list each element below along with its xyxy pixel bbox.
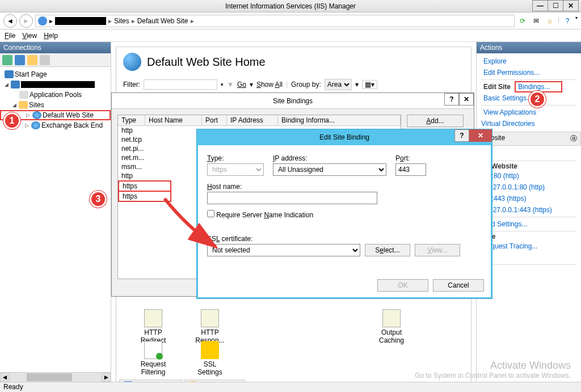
connect-icon[interactable]	[2, 55, 12, 65]
groupby-select[interactable]: Area	[325, 79, 352, 90]
ssl-view-button: View...	[415, 244, 460, 256]
bindings-close-button[interactable]: ✕	[459, 93, 474, 106]
chevron-up-icon[interactable]: ⓐ	[570, 134, 577, 144]
sites-icon	[19, 101, 28, 109]
watermark-title: Activate Windows	[415, 360, 571, 372]
expand-icon[interactable]: ▷	[25, 123, 30, 128]
bindings-add-button[interactable]: Add...	[407, 115, 464, 127]
tree-start-page[interactable]: Start Page	[0, 69, 111, 79]
folder-icon[interactable]	[27, 55, 37, 65]
col-type[interactable]: Type	[118, 115, 145, 125]
help-icon[interactable]: ?	[562, 15, 573, 27]
icon-ssl-settings[interactable]: SSL Settings	[193, 341, 227, 376]
binding-row-https[interactable]: https	[118, 180, 171, 192]
menu-view[interactable]: View	[22, 32, 37, 40]
icon-request-filtering[interactable]: Request Filtering	[136, 341, 170, 376]
editbinding-titlebar: Edit Site Binding ? ✕	[197, 129, 492, 145]
startpage-icon	[5, 70, 14, 78]
sni-checkbox-label[interactable]: Require Server Name Indication	[207, 210, 482, 219]
editbinding-title: Edit Site Binding	[319, 133, 369, 141]
menu-help[interactable]: Help	[44, 32, 58, 40]
ip-select[interactable]: All Unassigned	[273, 163, 386, 176]
collapse-icon[interactable]: ◢	[5, 82, 10, 87]
annotation-badge-2: 2	[529, 91, 546, 108]
server-icon	[11, 81, 20, 88]
annotation-badge-1: 1	[3, 112, 20, 129]
annotation-badge-3: 3	[90, 191, 107, 208]
ok-button: OK	[377, 279, 428, 292]
stop-icon[interactable]: ✉	[531, 15, 542, 27]
menu-file[interactable]: File	[5, 32, 15, 40]
action-edit-permissions[interactable]: Edit Permissions...	[481, 67, 576, 78]
filter-label: Filter:	[123, 81, 140, 88]
site-icon	[32, 111, 41, 119]
col-info[interactable]: Binding Informa...	[278, 115, 401, 125]
icon-output-caching[interactable]: Output Caching	[374, 309, 409, 344]
tree-sites[interactable]: ◢ Sites	[0, 100, 111, 110]
bindings-title: Site Bindings	[273, 97, 313, 105]
page-title: Default Web Site Home	[147, 56, 266, 69]
connections-toolbar	[0, 53, 111, 67]
annotation-arrow	[159, 193, 227, 255]
actions-header: Actions	[477, 42, 581, 53]
breadcrumb[interactable]: ▸ ▸ Sites ▸ Default Web Site ▸	[35, 15, 515, 27]
editbinding-close-button[interactable]: ✕	[469, 129, 492, 142]
bindings-titlebar: Site Bindings ? ✕	[112, 93, 474, 109]
action-view-applications[interactable]: View Applications	[481, 107, 576, 118]
status-bar: Ready	[0, 382, 581, 392]
type-select: https	[207, 163, 264, 176]
section-edit-site: Edit Site	[481, 81, 513, 92]
col-port[interactable]: Port	[202, 115, 227, 125]
breadcrumb-site[interactable]: Default Web Site	[137, 17, 188, 25]
refresh-icon[interactable]: ⟳	[517, 15, 528, 27]
save-icon[interactable]	[15, 55, 25, 65]
site-globe-icon	[123, 53, 141, 71]
hostname-input[interactable]	[207, 192, 377, 204]
back-button[interactable]: ◄	[3, 14, 17, 28]
window-title: Internet Information Services (IIS) Mana…	[225, 2, 356, 10]
editbinding-help-button[interactable]: ?	[454, 129, 469, 142]
action-view-vdir[interactable]: Virtual Directories	[481, 118, 576, 129]
col-host[interactable]: Host Name	[145, 115, 202, 125]
server-name-redacted	[55, 17, 106, 25]
ssl-select-button[interactable]: Select...	[365, 244, 410, 256]
status-text: Ready	[3, 383, 23, 391]
col-ip[interactable]: IP Address	[227, 115, 278, 125]
icon-http-respon[interactable]: HTTP Respon...	[193, 309, 227, 344]
window-titlebar: Internet Information Services (IIS) Mana…	[0, 0, 581, 12]
bindings-help-button[interactable]: ?	[444, 93, 459, 106]
expand-icon[interactable]: ▷	[26, 112, 31, 118]
filter-input[interactable]	[144, 79, 217, 90]
close-button[interactable]: ✕	[563, 0, 579, 11]
cancel-button[interactable]: Cancel	[433, 279, 484, 292]
icon-http-redirect[interactable]: HTTP Redirect	[136, 309, 170, 344]
action-explore[interactable]: Explore	[481, 56, 576, 67]
label-ip: IP address:	[273, 154, 386, 162]
port-input[interactable]	[395, 163, 426, 176]
label-port: Port:	[395, 154, 426, 162]
go-button[interactable]: Go	[237, 81, 246, 88]
navigation-bar: ◄ ► ▸ ▸ Sites ▸ Default Web Site ▸ ⟳ ✉ ⌂…	[0, 12, 581, 29]
tree-app-pools[interactable]: Application Pools	[0, 90, 111, 100]
feature-icons: HTTP Redirect HTTP Respon... Output Cach…	[136, 309, 409, 344]
tree-server[interactable]: ◢	[0, 79, 111, 90]
up-icon[interactable]	[40, 55, 50, 65]
server-name-redacted	[21, 81, 95, 88]
maximize-button[interactable]: ☐	[548, 0, 563, 11]
collapse-icon[interactable]: ◢	[12, 102, 18, 108]
forward-button[interactable]: ►	[19, 14, 33, 28]
showall-button[interactable]: Show All	[256, 81, 283, 88]
minimize-button[interactable]: —	[532, 0, 548, 11]
label-type: Type:	[207, 154, 264, 162]
breadcrumb-sites[interactable]: Sites	[114, 17, 129, 25]
connections-hscroll[interactable]: ◄►	[0, 372, 111, 382]
server-icon	[38, 16, 47, 26]
feature-icons-row2: Request Filtering SSL Settings	[136, 341, 227, 376]
connections-header: Connections	[0, 42, 111, 53]
site-icon	[31, 121, 40, 129]
ssl-cert-select[interactable]: Not selected	[207, 244, 360, 256]
watermark-subtitle: Go to System in Control Panel to activat…	[415, 372, 571, 380]
page-title-area: Default Web Site Home	[116, 47, 471, 77]
home-icon[interactable]: ⌂	[544, 15, 555, 27]
view-icon[interactable]: ▦▾	[362, 80, 377, 89]
